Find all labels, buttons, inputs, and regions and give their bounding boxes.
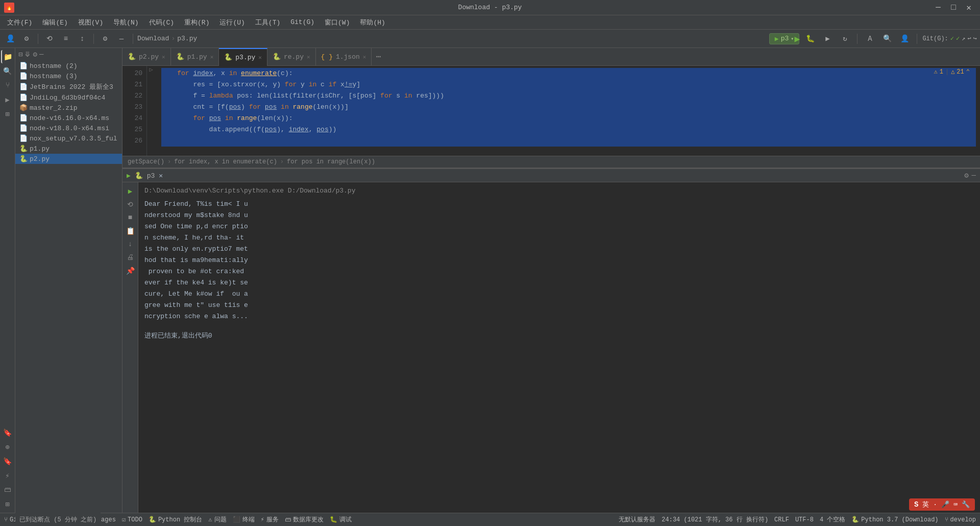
tab-json-close[interactable]: ✕ (363, 54, 366, 60)
close-button[interactable]: ✕ (962, 3, 976, 13)
run-panel-content[interactable]: D:\Download\venv\Scripts\python.exe D:/D… (138, 182, 980, 513)
status-spaces[interactable]: 4 个空格 (820, 515, 845, 524)
status-branch[interactable]: ⑂ develop (945, 516, 976, 523)
tab-repy[interactable]: 🐍 re.py ✕ (267, 48, 316, 66)
toolbar-close-panel[interactable]: — (114, 32, 129, 46)
tab-p3py-close[interactable]: ✕ (258, 54, 262, 61)
activity-terminal[interactable]: ⊞ (1, 497, 14, 511)
bc-for-index[interactable]: for index, x in enumerate(c) (174, 158, 277, 165)
toolbar-settings[interactable]: ⚙ (98, 32, 112, 46)
minimize-button[interactable]: ─ (931, 3, 945, 13)
maximize-button[interactable]: □ (946, 3, 961, 13)
toolbar-icon-1[interactable]: 👤 (3, 32, 17, 46)
status-todo[interactable]: ☑ TODO (122, 516, 142, 523)
tab-repy-close[interactable]: ✕ (307, 54, 310, 60)
run-dump-btn[interactable]: 📋 (125, 225, 136, 236)
sougou-toolbar[interactable]: S 英 · 🎤 ⌨ 🔧 (909, 498, 975, 511)
run-pin-btn[interactable]: 📌 (125, 265, 136, 276)
menu-edit[interactable]: 编辑(E) (37, 16, 72, 29)
toolbar-sort[interactable]: ↕ (75, 32, 89, 46)
activity-db[interactable]: 🗃 (1, 483, 14, 496)
file-item-hostname3[interactable]: 📄 hostname (3) (15, 71, 122, 81)
status-no-server[interactable]: 无默认服务器 (619, 515, 655, 524)
run-restart-btn[interactable]: ⟲ (125, 199, 136, 210)
breadcrumb-p3[interactable]: p3.py (177, 35, 197, 42)
menu-navigate[interactable]: 导航(N) (108, 16, 143, 29)
run-panel-tab-close[interactable]: ✕ (159, 172, 163, 180)
bc-getSpace[interactable]: getSpace() (128, 158, 164, 165)
toolbar-bug[interactable]: 🐛 (803, 32, 817, 46)
file-item-jndilog[interactable]: 📄 JndiLog_6d3b9df04c4 (15, 92, 122, 103)
toolbar-profile[interactable]: 👤 (897, 32, 912, 46)
status-problems[interactable]: ⚠ 问题 (208, 515, 226, 524)
toolbar-reload[interactable]: ↻ (838, 32, 852, 46)
run-play-btn[interactable]: ▶ (125, 185, 136, 197)
activity-account[interactable]: ⊕ (1, 440, 14, 453)
file-item-nox[interactable]: 📄 nox_setup_v7.0.3.5_ful (15, 133, 122, 144)
tree-collapse-btn[interactable]: ⊟ (18, 50, 22, 59)
menu-window[interactable]: 窗口(W) (320, 16, 355, 29)
file-item-jetbrains[interactable]: 📄 JetBrains 2022 最新全3 (15, 81, 122, 92)
file-item-node18[interactable]: 📄 node-v18.8.0-x64.msi (15, 123, 122, 133)
warning-indicator[interactable]: ⚠ 1 | △ 21 ⌃ (934, 68, 970, 76)
activity-settings[interactable]: 🔖 (1, 426, 14, 439)
activity-extensions[interactable]: ⊞ (1, 107, 14, 121)
status-services[interactable]: ⚡ 服务 (261, 515, 279, 524)
panel-settings-btn[interactable]: ⚙ (964, 171, 968, 180)
menu-file[interactable]: 文件(F) (2, 16, 37, 29)
status-python-version[interactable]: 🐍 Python 3.7 (Download) (851, 516, 938, 523)
status-debug[interactable]: 🐛 调试 (330, 515, 352, 524)
status-python-console[interactable]: 🐍 Python 控制台 (149, 515, 202, 524)
editor-breadcrumb: getSpace() › for index, x in enumerate(c… (122, 156, 980, 168)
menu-help[interactable]: 帮助(H) (355, 16, 390, 29)
run-config-dropdown[interactable]: ▶ p3 ▾ (777, 32, 792, 46)
activity-project[interactable]: 📁 (1, 50, 14, 63)
activity-run[interactable]: ▶ (1, 93, 14, 106)
file-item-master-zip[interactable]: 📦 master_2.zip (15, 103, 122, 113)
status-position[interactable]: 24:34 (1021 字符, 36 行 换行符) (662, 515, 768, 524)
run-down-btn[interactable]: ↓ (125, 238, 136, 250)
code-content[interactable]: for index, x in enumerate(c): res = [xo.… (157, 66, 980, 156)
run-stop-btn[interactable]: ■ (125, 212, 136, 223)
tab-p2py-close[interactable]: ✕ (162, 54, 165, 60)
toolbar-translate[interactable]: A (863, 32, 877, 46)
breadcrumb-download[interactable]: Download (137, 35, 169, 42)
tab-more-btn[interactable]: ⋯ (372, 52, 385, 62)
toolbar-list[interactable]: ≡ (59, 32, 73, 46)
tab-p1py-close[interactable]: ✕ (210, 54, 214, 60)
file-item-p1py[interactable]: 🐍 p1.py (15, 144, 122, 154)
bc-for-pos[interactable]: for pos in range(len(x)) (287, 158, 375, 165)
tab-p1py[interactable]: 🐍 p1.py ✕ (171, 48, 219, 66)
panel-collapse-btn[interactable]: — (972, 171, 976, 180)
tab-json[interactable]: { } 1.json ✕ (316, 48, 372, 66)
tree-close-btn[interactable]: — (39, 50, 43, 59)
status-db-changes[interactable]: 🗃 数据库更改 (285, 515, 324, 524)
tree-sort-btn[interactable]: ⤋ (24, 50, 31, 59)
tab-p3py[interactable]: 🐍 p3.py ✕ (219, 48, 267, 66)
status-terminal[interactable]: ⬛ 终端 (233, 515, 255, 524)
menu-git[interactable]: Git(G) (285, 16, 320, 28)
status-crlf[interactable]: CRLF (774, 516, 789, 523)
activity-bookmark[interactable]: 🔖 (1, 455, 14, 468)
toolbar-run2[interactable]: ▶ (820, 32, 835, 46)
activity-search[interactable]: 🔍 (1, 64, 14, 78)
run-print-btn[interactable]: 🖨 (125, 252, 136, 263)
warning-expand[interactable]: ⌃ (966, 68, 970, 76)
menu-tools[interactable]: 工具(T) (250, 16, 285, 29)
toolbar-search[interactable]: 🔍 (880, 32, 894, 46)
tab-p2py[interactable]: 🐍 p2.py ✕ (122, 48, 171, 66)
file-item-hostname2[interactable]: 📄 hostname (2) (15, 61, 122, 71)
file-item-p2py[interactable]: 🐍 p2.py (15, 154, 122, 164)
menu-view[interactable]: 视图(V) (73, 16, 108, 29)
activity-git[interactable]: ⑂ (1, 79, 14, 92)
tree-filter-btn[interactable]: ⚙ (33, 50, 37, 59)
menu-run[interactable]: 运行(U) (214, 16, 250, 29)
menu-code[interactable]: 代码(C) (144, 16, 179, 29)
activity-tools[interactable]: ⚡ (1, 469, 14, 482)
file-item-node16[interactable]: 📄 node-v16.16.0-x64.ms (15, 113, 122, 123)
status-encoding[interactable]: UTF-8 (795, 516, 814, 523)
toolbar-back[interactable]: ⟲ (42, 32, 57, 46)
menu-refactor[interactable]: 重构(R) (179, 16, 214, 29)
run-button[interactable]: ▶ (795, 33, 800, 44)
toolbar-icon-2[interactable]: ⚙ (19, 32, 34, 46)
